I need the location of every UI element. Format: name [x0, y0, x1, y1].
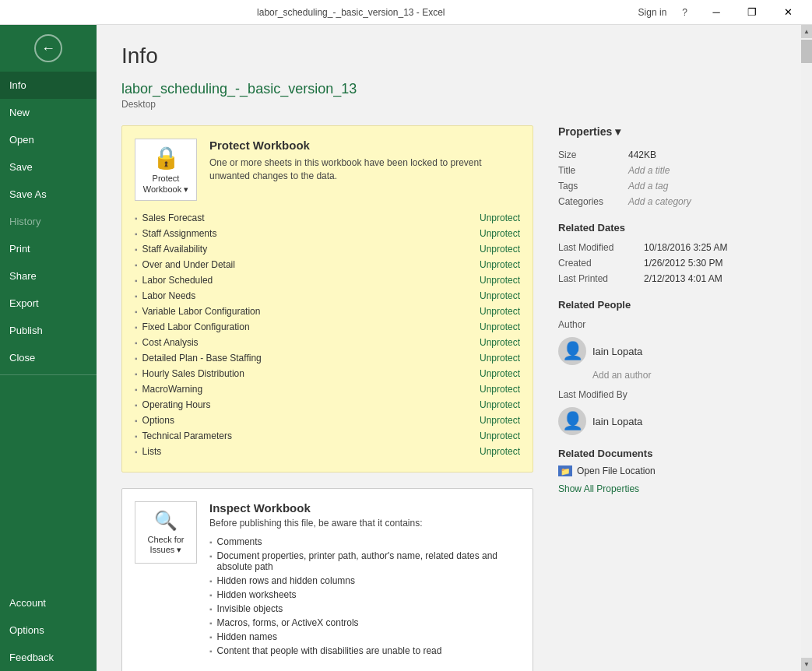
unprotect-link[interactable]: Unprotect	[480, 399, 520, 410]
author-label: Author	[558, 319, 628, 330]
sheet-list-item: ListsUnprotect	[135, 444, 520, 459]
sidebar-item-options[interactable]: Options	[0, 617, 97, 644]
unprotect-link[interactable]: Unprotect	[480, 368, 520, 379]
check-for-issues-button[interactable]: 🔍 Check forIssues ▾	[135, 501, 197, 564]
related-dates-header: Related Dates	[558, 222, 776, 234]
unprotect-link[interactable]: Unprotect	[480, 259, 520, 270]
inspect-icon: 🔍	[154, 510, 178, 532]
inspect-list-item: Hidden rows and hidden columns	[209, 574, 520, 588]
unprotect-link[interactable]: Unprotect	[480, 275, 520, 286]
unprotect-link[interactable]: Unprotect	[480, 384, 520, 395]
inspect-description: Before publishing this file, be aware th…	[209, 518, 520, 529]
sidebar-divider	[0, 374, 97, 375]
related-people-header: Related People	[558, 299, 776, 311]
inspect-list-item: Invisible objects	[209, 602, 520, 616]
author-row: 👤 Iain Lopata	[558, 337, 776, 365]
modifier-name: Iain Lopata	[592, 416, 642, 427]
minimize-button[interactable]: ─	[698, 0, 734, 25]
show-all-properties-link[interactable]: Show All Properties	[558, 483, 639, 494]
scroll-up-button[interactable]: ▲	[801, 25, 812, 38]
sheet-list-item: Labor NeedsUnprotect	[135, 288, 520, 304]
sign-in-button[interactable]: Sign in	[634, 5, 672, 19]
sidebar-item-print[interactable]: Print	[0, 235, 97, 262]
property-row: CategoriesAdd a category	[558, 194, 776, 209]
help-button[interactable]: ?	[677, 5, 692, 19]
add-author-link[interactable]: Add an author	[592, 370, 776, 381]
sidebar-item-new[interactable]: New	[0, 99, 97, 126]
sheets-list: Sales ForecastUnprotectStaff Assignments…	[135, 210, 520, 459]
protect-workbook-button[interactable]: 🔒 ProtectWorkbook ▾	[135, 139, 197, 201]
property-row: TitleAdd a title	[558, 163, 776, 178]
related-docs-header: Related Documents	[558, 448, 776, 459]
back-button[interactable]: ←	[0, 25, 97, 72]
scrollbar-thumb[interactable]	[801, 40, 812, 63]
modifier-avatar: 👤	[558, 407, 586, 435]
file-location: Desktop	[121, 99, 776, 110]
inspect-items-list: CommentsDocument properties, printer pat…	[209, 535, 520, 658]
author-name: Iain Lopata	[592, 346, 642, 357]
unprotect-link[interactable]: Unprotect	[480, 430, 520, 441]
unprotect-link[interactable]: Unprotect	[480, 306, 520, 317]
unprotect-link[interactable]: Unprotect	[480, 337, 520, 348]
protect-workbook-section: 🔒 ProtectWorkbook ▾ Protect Workbook One…	[121, 125, 533, 473]
page-title: Info	[121, 44, 776, 69]
unprotect-link[interactable]: Unprotect	[480, 213, 520, 223]
sidebar-item-close[interactable]: Close	[0, 344, 97, 371]
file-folder-icon: 📁	[558, 465, 572, 476]
inspect-list-item: Document properties, printer path, autho…	[209, 549, 520, 574]
inspect-list-item: Comments	[209, 535, 520, 549]
inspect-list-item: Macros, forms, or ActiveX controls	[209, 616, 520, 630]
sheet-list-item: Sales ForecastUnprotect	[135, 210, 520, 226]
sheet-list-item: Staff AssignmentsUnprotect	[135, 226, 520, 241]
modified-by-label: Last Modified By	[558, 389, 628, 400]
unprotect-link[interactable]: Unprotect	[480, 228, 520, 239]
date-row: Last Printed2/12/2013 4:01 AM	[558, 271, 776, 286]
inspect-list-item: Hidden names	[209, 630, 520, 644]
protect-title: Protect Workbook	[209, 139, 520, 152]
inspect-list-item: Content that people with disabilities ar…	[209, 644, 520, 658]
window-title: labor_scheduling_-_basic_version_13 - Ex…	[69, 7, 634, 18]
inspect-title: Inspect Workbook	[209, 501, 520, 515]
unprotect-link[interactable]: Unprotect	[480, 321, 520, 332]
sidebar-item-save[interactable]: Save	[0, 153, 97, 181]
property-row: TagsAdd a tag	[558, 178, 776, 194]
author-avatar: 👤	[558, 337, 586, 365]
sidebar-item-save-as[interactable]: Save As	[0, 181, 97, 208]
sheet-list-item: Cost AnalysisUnprotect	[135, 335, 520, 350]
properties-header[interactable]: Properties ▾	[558, 125, 776, 138]
properties-rows: Size442KBTitleAdd a titleTagsAdd a tagCa…	[558, 147, 776, 209]
sheet-list-item: Detailed Plan - Base StaffingUnprotect	[135, 350, 520, 366]
unprotect-link[interactable]: Unprotect	[480, 290, 520, 301]
sidebar-item-share[interactable]: Share	[0, 262, 97, 290]
back-arrow-icon: ←	[34, 34, 62, 62]
content-area: Info labor_scheduling_-_basic_version_13…	[97, 25, 801, 671]
scroll-down-button[interactable]: ▼	[801, 658, 812, 671]
sheet-list-item: Hourly Sales DistributionUnprotect	[135, 366, 520, 381]
unprotect-link[interactable]: Unprotect	[480, 415, 520, 426]
open-file-location-button[interactable]: 📁 Open File Location	[558, 465, 776, 476]
date-row: Last Modified10/18/2016 3:25 AM	[558, 240, 776, 255]
file-name: labor_scheduling_-_basic_version_13	[121, 81, 776, 97]
close-window-button[interactable]: ✕	[770, 0, 806, 25]
sidebar-item-export[interactable]: Export	[0, 290, 97, 317]
date-row: Created1/26/2012 5:30 PM	[558, 255, 776, 271]
sidebar-item-history[interactable]: History	[0, 208, 97, 235]
inspect-workbook-section: 🔍 Check forIssues ▾ Inspect Workbook Bef…	[121, 488, 533, 671]
sheet-list-item: Technical ParametersUnprotect	[135, 428, 520, 444]
scrollbar: ▲ ▼	[801, 25, 812, 671]
sheet-list-item: Variable Labor ConfigurationUnprotect	[135, 304, 520, 319]
sheet-list-item: Fixed Labor ConfigurationUnprotect	[135, 319, 520, 335]
unprotect-link[interactable]: Unprotect	[480, 353, 520, 364]
sidebar-item-info[interactable]: Info	[0, 72, 97, 99]
title-bar: labor_scheduling_-_basic_version_13 - Ex…	[0, 0, 812, 25]
lock-icon: 🔒	[153, 145, 180, 170]
unprotect-link[interactable]: Unprotect	[480, 446, 520, 457]
unprotect-link[interactable]: Unprotect	[480, 244, 520, 255]
sidebar-item-open[interactable]: Open	[0, 126, 97, 153]
sidebar-item-account[interactable]: Account	[0, 589, 97, 617]
modifier-row: 👤 Iain Lopata	[558, 407, 776, 435]
sidebar-item-publish[interactable]: Publish	[0, 317, 97, 344]
sheet-list-item: Over and Under DetailUnprotect	[135, 257, 520, 272]
maximize-button[interactable]: ❐	[734, 0, 770, 25]
sidebar-item-feedback[interactable]: Feedback	[0, 644, 97, 671]
